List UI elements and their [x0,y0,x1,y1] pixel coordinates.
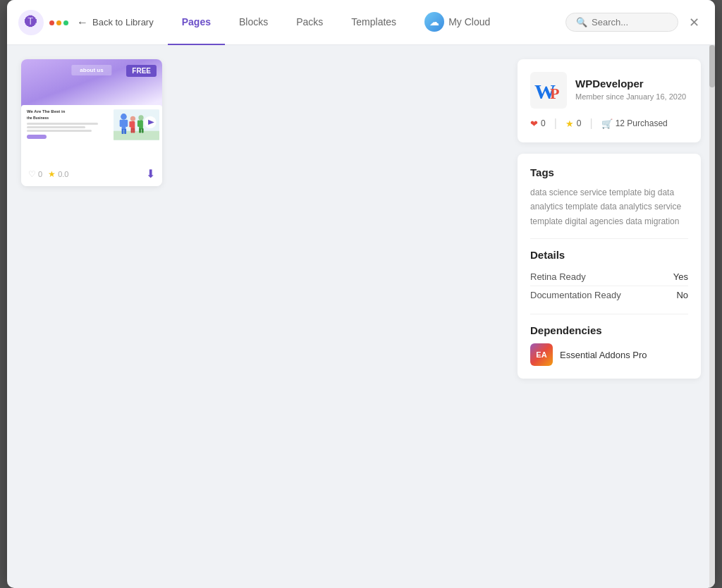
detail-row-docs: Documentation Ready No [530,286,688,304]
stat-divider-2: | [590,117,593,130]
likes-area: ♡ 0 [28,169,42,179]
dependency-item: EA Essential Addons Pro [530,343,688,366]
dep-icon-text: EA [536,350,546,359]
author-row: W P WPDeveloper Member since January 16,… [530,72,688,109]
tab-templates[interactable]: Templates [337,0,410,45]
back-to-library-button[interactable]: ← Back to Library [68,16,162,29]
divider-tags-details [530,238,688,239]
tab-mycloud-label: My Cloud [448,16,490,27]
tab-pages-label: Pages [182,16,211,27]
logo-dots [49,20,68,25]
tab-packs[interactable]: Packs [282,0,337,45]
svg-text:🅣: 🅣 [25,15,37,29]
stat-likes: ❤ 0 [530,118,546,129]
author-member-since: Member since January 16, 2020 [575,92,686,102]
svg-rect-7 [126,120,128,127]
svg-text:P: P [550,85,559,102]
nav-tabs: Pages Blocks Packs Templates ☁ My Cloud [168,0,565,45]
main-window: 🅣 ← Back to Library Pages Blocks Packs T… [7,0,715,588]
search-input[interactable] [592,17,662,27]
dependencies-title: Dependencies [530,324,688,336]
download-button[interactable]: ⬇ [146,167,155,180]
tab-blocks-label: Blocks [239,16,268,27]
people-illustration [114,108,159,142]
mini-line-1 [27,123,98,125]
author-name: WPDeveloper [575,78,686,90]
svg-rect-9 [124,129,126,134]
card-footer: ♡ 0 ★ 0.0 ⬇ [21,161,162,186]
svg-rect-13 [133,121,135,128]
svg-rect-18 [137,121,140,127]
content-area: about us FREE We Are The Best in the Bus… [21,59,503,186]
stat-cart-icon: 🛒 [601,118,613,129]
svg-point-16 [138,115,143,120]
dot-red [49,20,54,25]
header: 🅣 ← Back to Library Pages Blocks Packs T… [7,0,715,45]
tags-title: Tags [530,166,688,178]
sidebar: W P WPDeveloper Member since January 16,… [518,59,701,379]
detail-row-retina: Retina Ready Yes [530,268,688,286]
detail-label-retina: Retina Ready [530,271,586,282]
dot-green [63,20,68,25]
stat-stars-count: 0 [577,118,582,128]
template-card[interactable]: about us FREE We Are The Best in the Bus… [21,59,162,186]
details-section: Details Retina Ready Yes Documentation R… [530,249,688,304]
mini-illustration: We Are The Best in the Business [21,105,162,161]
svg-rect-19 [140,121,142,127]
tab-pages[interactable]: Pages [168,0,225,45]
cloud-icon: ☁ [424,12,444,32]
svg-rect-6 [120,120,123,127]
about-us-label: about us [71,65,111,75]
mini-line-3 [27,130,92,132]
author-panel: W P WPDeveloper Member since January 16,… [518,59,701,142]
stat-star-icon: ★ [565,118,574,129]
dot-yellow [56,20,61,25]
heart-icon: ♡ [28,169,36,179]
tab-blocks[interactable]: Blocks [225,0,282,45]
tab-mycloud[interactable]: ☁ My Cloud [410,0,504,45]
dependencies-section: Dependencies EA Essential Addons Pro [530,324,688,366]
card-meta: ♡ 0 ★ 0.0 [28,169,68,179]
tab-packs-label: Packs [296,16,323,27]
stat-purchased: 🛒 12 Purchased [601,118,668,129]
search-icon: 🔍 [576,17,587,27]
tags-section: Tags data science service template big d… [530,166,688,228]
divider-details-deps [530,314,688,314]
mini-cta-button [27,135,47,139]
logo-area: 🅣 [18,10,44,35]
svg-point-10 [130,116,135,121]
stat-likes-count: 0 [541,118,546,128]
dep-name: Essential Addons Pro [560,350,647,360]
detail-label-docs: Documentation Ready [530,290,621,300]
scrollbar-track [709,45,715,588]
author-info: WPDeveloper Member since January 16, 202… [575,78,686,102]
main-content: about us FREE We Are The Best in the Bus… [7,45,715,588]
rating-value: 0.0 [58,170,68,178]
back-arrow-icon: ← [77,16,88,29]
dep-icon-ea: EA [530,343,553,366]
svg-rect-8 [122,129,124,134]
svg-rect-21 [142,128,144,133]
stat-stars: ★ 0 [565,118,582,129]
svg-rect-5 [122,120,126,130]
author-stats: ❤ 0 | ★ 0 | 🛒 12 Purchased [530,117,688,130]
stat-divider-1: | [554,117,557,130]
svg-rect-3 [114,131,159,140]
svg-rect-14 [131,128,133,133]
mini-line-2 [27,126,85,128]
svg-point-4 [121,114,127,120]
close-button[interactable]: ✕ [684,13,704,32]
app-logo-icon: 🅣 [18,10,44,35]
star-icon: ★ [48,169,56,179]
likes-count: 0 [38,170,42,178]
details-title: Details [530,249,688,261]
tab-templates-label: Templates [351,16,396,27]
svg-rect-20 [139,128,141,133]
card-preview: about us FREE We Are The Best in the Bus… [21,59,162,161]
detail-value-docs: No [676,290,688,300]
search-area: 🔍 [565,13,678,32]
detail-value-retina: Yes [673,271,688,282]
tags-content: data science service template big data a… [530,185,688,228]
back-label: Back to Library [92,17,154,27]
scrollbar-thumb[interactable] [709,45,715,87]
